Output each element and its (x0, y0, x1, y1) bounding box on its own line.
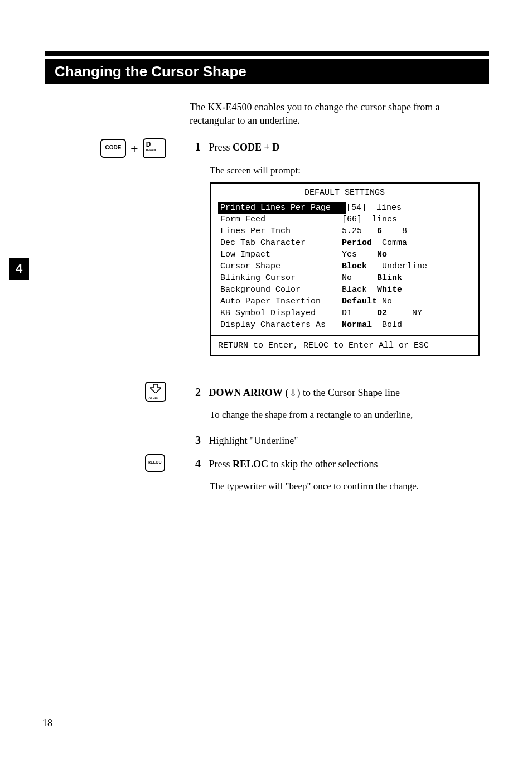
settings-option: Underline (367, 262, 427, 271)
step-text-bold: CODE + D (233, 142, 279, 153)
step-text-bold: RELOC (233, 459, 268, 470)
step-text-prefix: Press (209, 142, 233, 153)
d-key-icon: D DEFAULT (143, 138, 166, 158)
settings-option: No (342, 273, 377, 283)
settings-row-label: Background Color (220, 284, 342, 296)
intro-paragraph: The KX-E4500 enables you to change the c… (190, 100, 487, 128)
settings-row: Blinking CursorNo Blink (220, 272, 469, 284)
settings-list: Printed Lines Per Page[54] linesForm Fee… (211, 202, 478, 331)
d-key-sublabel: DEFAULT (146, 148, 165, 152)
settings-option: 8 (382, 226, 407, 236)
settings-row-options: Default No (342, 296, 469, 307)
settings-option: Block (342, 262, 367, 271)
settings-option: 6 (377, 226, 382, 236)
step-text-prefix: Press (209, 459, 233, 470)
down-arrow-key: TAB CLR (145, 382, 166, 404)
settings-row: Lines Per Inch5.25 6 8 (220, 225, 469, 237)
settings-row: Printed Lines Per Page[54] lines (220, 202, 469, 214)
step-3: 3 Highlight "Underline" (195, 434, 298, 447)
settings-option: Black (342, 285, 377, 295)
reloc-key-icon: RELOC (145, 454, 165, 472)
settings-row-options: [66] lines (342, 214, 469, 225)
settings-row-options: D1 D2 NY (342, 307, 469, 319)
settings-option: Period (342, 238, 372, 248)
step-number: 2 (195, 386, 201, 398)
section-title: Changing the Cursor Shape (45, 59, 489, 84)
settings-row: Low ImpactYes No (220, 249, 469, 261)
settings-option: Yes (342, 250, 377, 259)
step-2: 2 DOWN ARROW (⇩) to the Cursor Shape lin… (195, 386, 400, 399)
settings-row: Form Feed[66] lines (220, 214, 469, 225)
settings-row-options: Normal Bold (342, 319, 469, 331)
settings-row-options: Black White (342, 284, 469, 296)
settings-option: Default (342, 297, 377, 306)
settings-row-options: Block Underline (342, 261, 469, 272)
plus-icon: + (130, 141, 138, 156)
settings-option: NY (387, 308, 422, 318)
settings-row-label: Low Impact (220, 249, 342, 261)
chapter-tab: 4 (9, 258, 29, 280)
settings-option: D2 (377, 308, 387, 318)
settings-row-label: Lines Per Inch (220, 225, 342, 237)
settings-option: Blink (377, 273, 402, 283)
settings-row-label: KB Symbol Displayed (220, 307, 342, 319)
code-key-icon: CODE (100, 139, 126, 158)
settings-row: Display Characters AsNormal Bold (220, 319, 469, 331)
horizontal-rule (45, 51, 489, 56)
settings-row: Auto Paper InsertionDefault No (220, 296, 469, 307)
settings-option: D1 (342, 308, 377, 318)
step-number: 4 (195, 457, 201, 470)
step-text-rest: (⇩) to the Cursor Shape line (283, 387, 400, 398)
reloc-key: RELOC (145, 454, 165, 472)
settings-option: No (377, 250, 387, 259)
settings-row-options: 5.25 6 8 (342, 225, 469, 237)
d-key-label: D (146, 141, 151, 148)
settings-row-label: Dec Tab Character (220, 237, 342, 249)
step-1: 1 Press CODE + D (195, 141, 279, 153)
settings-option: Normal (342, 320, 372, 330)
step-1-prompt: The screen will prompt: (210, 165, 301, 176)
settings-row: Dec Tab CharacterPeriod Comma (220, 237, 469, 249)
page-number: 18 (42, 717, 52, 729)
settings-option: White (377, 285, 402, 295)
settings-row: Cursor ShapeBlock Underline (220, 261, 469, 272)
settings-row-options: Period Comma (342, 237, 469, 249)
step-number: 1 (195, 141, 201, 153)
step-text-bold: DOWN ARROW (209, 387, 283, 398)
settings-row-label: Auto Paper Insertion (220, 296, 342, 307)
settings-row-label: Blinking Cursor (220, 272, 342, 284)
settings-option: Comma (372, 238, 407, 248)
keycombo-code-d: CODE + D DEFAULT (100, 138, 166, 158)
settings-option: 5.25 (342, 226, 377, 236)
step-text-rest: to skip the other selections (268, 459, 378, 470)
default-settings-box: DEFAULT SETTINGS Printed Lines Per Page[… (210, 182, 480, 356)
step-4-sub: The typewriter will "beep" once to confi… (210, 481, 419, 492)
arrow-key-sublabel: TAB CLR (147, 396, 158, 399)
step-number: 3 (195, 434, 201, 446)
step-2-sub: To change the shape from a rectangle to … (210, 409, 413, 421)
settings-row-label: Cursor Shape (220, 261, 342, 272)
settings-row-options: No Blink (342, 272, 469, 284)
settings-footer: RETURN to Enter, RELOC to Enter All or E… (211, 335, 478, 355)
settings-option: Bold (372, 320, 402, 330)
settings-option: [66] lines (342, 215, 397, 224)
down-arrow-key-icon: TAB CLR (145, 382, 166, 402)
settings-row-options: [54] lines (346, 202, 469, 214)
settings-row-options: Yes No (342, 249, 469, 261)
settings-row-label: Display Characters As (220, 319, 342, 331)
step-4: 4 Press RELOC to skip the other selectio… (195, 457, 378, 470)
settings-title: DEFAULT SETTINGS (211, 188, 478, 202)
settings-option: No (377, 297, 392, 306)
step-text: Highlight "Underline" (209, 435, 298, 446)
settings-option: [54] lines (346, 203, 402, 213)
settings-row-label: Form Feed (220, 214, 342, 225)
settings-row-label: Printed Lines Per Page (218, 202, 346, 214)
settings-row: Background ColorBlack White (220, 284, 469, 296)
settings-row: KB Symbol DisplayedD1 D2 NY (220, 307, 469, 319)
